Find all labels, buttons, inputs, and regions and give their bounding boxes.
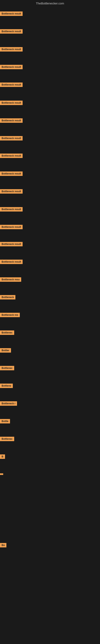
list-item: Bottleneck result: [0, 260, 23, 265]
bottleneck-result-badge[interactable]: Bottleneck result: [0, 172, 23, 176]
bottleneck-result-badge[interactable]: Bottleneck resu: [0, 277, 21, 282]
bottleneck-result-badge[interactable]: Bottler: [0, 348, 11, 352]
list-item: Bottleneck result: [0, 100, 23, 106]
bottleneck-result-badge[interactable]: Bottleneck result: [0, 47, 23, 52]
bottleneck-result-badge[interactable]: Bottleneck result: [0, 118, 23, 123]
list-item: Bottleneck resu: [0, 277, 21, 282]
bottleneck-result-badge[interactable]: B: [0, 454, 5, 459]
list-item: Bottlenec: [0, 437, 14, 442]
list-item: Bottleneck result: [0, 242, 23, 247]
bottleneck-result-badge[interactable]: Bottlenec: [0, 366, 14, 370]
list-item: Bottleneck result: [0, 136, 23, 141]
list-item: Bottler: [0, 348, 11, 354]
bottleneck-result-badge[interactable]: Bottleneck result: [0, 29, 23, 34]
bottleneck-result-badge[interactable]: Bottleneck result: [0, 12, 23, 16]
bottleneck-result-badge[interactable]: Bottleneck result: [0, 82, 23, 87]
list-item: Bottleneck result: [0, 12, 23, 17]
list-item: Bottleneck r: [0, 401, 17, 406]
list-item: Bottleneck result: [0, 154, 23, 159]
bottleneck-result-badge[interactable]: Bottleneck: [0, 295, 15, 300]
bottleneck-result-badge[interactable]: Bottleneck r: [0, 401, 17, 406]
bottleneck-result-badge[interactable]: Bottleneck result: [0, 260, 23, 264]
bottleneck-result-badge[interactable]: Bottleneck result: [0, 189, 23, 194]
bottleneck-result-badge[interactable]: Bottlenec: [0, 330, 14, 335]
bottleneck-result-badge[interactable]: Bottleneck result: [0, 100, 23, 105]
list-item: Bottleneck result: [0, 65, 23, 70]
bottleneck-result-badge[interactable]: [0, 473, 3, 475]
bottleneck-result-badge[interactable]: Bottleneck result: [0, 65, 23, 69]
list-item: Bo: [0, 543, 6, 548]
list-item: Bottleneck result: [0, 225, 23, 230]
list-item: Bottleneck result: [0, 189, 23, 194]
list-item: Bottleneck result: [0, 172, 23, 177]
site-title: TheBottlenecker.com: [0, 0, 100, 7]
bottleneck-result-badge[interactable]: Bottleneck res: [0, 313, 20, 317]
list-item: Bottleneck result: [0, 207, 23, 212]
bottleneck-result-badge[interactable]: Bottlenec: [0, 437, 14, 441]
list-item: Bottle: [0, 419, 10, 424]
bottleneck-result-badge[interactable]: Bottleneck result: [0, 154, 23, 158]
list-item: Bottlenec: [0, 366, 14, 371]
bottleneck-result-badge[interactable]: Bottleneck result: [0, 242, 23, 246]
list-item: Bottleneck result: [0, 29, 23, 34]
bottleneck-result-badge[interactable]: Bottleneck result: [0, 136, 23, 140]
list-item: Bottleneck: [0, 295, 15, 300]
list-item: [0, 472, 3, 476]
list-item: Bottleneck result: [0, 47, 23, 52]
list-item: Bottlenec: [0, 330, 14, 336]
bottleneck-result-badge[interactable]: Bottle: [0, 419, 10, 424]
list-item: Bottlene: [0, 384, 13, 389]
bottleneck-result-badge[interactable]: Bottleneck result: [0, 207, 23, 212]
list-item: Bottleneck result: [0, 118, 23, 124]
bottleneck-result-badge[interactable]: Bo: [0, 543, 6, 548]
bottleneck-result-badge[interactable]: Bottlene: [0, 384, 13, 388]
list-item: B: [0, 454, 5, 460]
list-item: Bottleneck result: [0, 82, 23, 88]
list-item: Bottleneck res: [0, 313, 20, 318]
bottleneck-result-badge[interactable]: Bottleneck result: [0, 225, 23, 229]
